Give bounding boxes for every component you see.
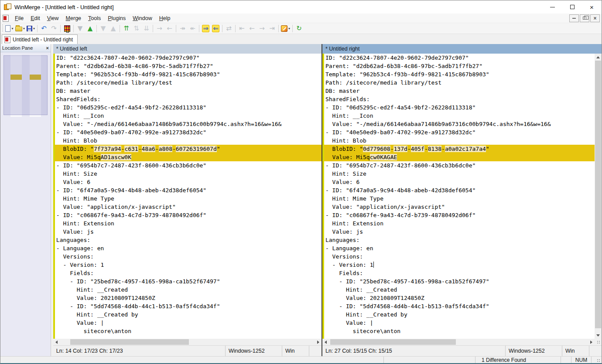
vscroll-thumb[interactable] [595,61,601,328]
code-line[interactable]: - ID: "25bed78c-4957-4165-998a-ca1b52f67… [325,277,595,286]
code-line[interactable]: - ID: "6f47a0a5-9c94-4b48-abeb-42d38def6… [325,186,595,194]
code-line[interactable]: Value: | [325,319,595,327]
code-line[interactable]: Hint: Extension [325,219,595,228]
code-line[interactable]: Parent: "d2db62ad-6b38-4c86-97bc-5adb71f… [325,62,595,70]
code-line[interactable]: - ID: "06d5295c-ed2f-4a54-9bf2-26228d113… [325,103,595,112]
code-line[interactable]: Value: "-/media/6614e6abaa71486b9a67316c… [56,120,322,128]
redo-button[interactable]: ↷ [49,24,59,33]
copy-all-right-button[interactable]: ⇒ [201,24,211,33]
left-horizontal-scrollbar[interactable] [53,339,322,345]
code-line[interactable]: ID: "d22c3624-7807-4e20-9602-79de2797c90… [325,54,595,62]
left-pane-header[interactable]: * Untitled left [53,44,322,54]
menu-window[interactable]: Window [129,14,155,23]
location-pane-body[interactable] [0,52,51,356]
view-differences-button[interactable] [62,24,72,33]
code-line[interactable]: - ID: "c06867fe-9a43-4c7d-b739-48780492d… [56,211,322,219]
code-line[interactable]: Hint: Size [56,170,322,178]
code-line[interactable]: - ID: "5dd74568-4d4b-44c1-b513-0af5f4cda… [56,302,322,310]
code-line[interactable]: DB: master [325,87,595,95]
code-line[interactable]: ID: "d22c3624-7807-4e20-9602-79de2797c90… [56,54,322,62]
scroll-left-icon[interactable] [322,339,329,345]
code-line[interactable]: - Language: en [56,244,322,252]
code-line[interactable]: Value: Mi5qAD1ascw0K [55,153,322,161]
options-button[interactable]: ▾ [280,24,291,33]
previous-difference-button[interactable]: ▲ [85,24,95,33]
right-code[interactable]: ID: "d22c3624-7807-4e20-9602-79de2797c90… [324,54,595,339]
mdi-restore-button[interactable] [580,14,589,22]
close-button[interactable]: × [582,0,602,14]
right-horizontal-scrollbar[interactable] [322,339,595,345]
copy-right-button[interactable]: → [154,24,164,33]
code-line[interactable]: Value: "-/media/6614e6abaa71486b9a67316c… [325,120,595,128]
vertical-scrollbar[interactable] [595,54,602,339]
code-line[interactable]: Languages: [56,236,322,244]
mdi-minimize-button[interactable] [569,14,579,22]
code-line[interactable]: Value: Mi5qcw0KAGAE [324,153,595,161]
code-line[interactable]: Template: "962b53c4-f93b-4df9-9821-415c8… [56,70,322,78]
menu-edit[interactable]: Edit [27,14,44,23]
refresh-button[interactable]: ↻ [294,24,304,33]
code-line[interactable]: Value: | [56,319,322,327]
right-pane-header[interactable]: * Untitled right [322,44,602,54]
code-line[interactable]: Hint: Extension [56,219,322,228]
maximize-button[interactable] [562,0,582,14]
menu-merge[interactable]: Merge [62,14,85,23]
menu-tools[interactable]: Tools [85,14,104,23]
current-difference-button[interactable]: ⇅ [131,24,141,33]
code-line[interactable]: Hint: __Created by [325,310,595,319]
code-line[interactable]: sitecore\anton [56,327,322,335]
tab-untitled-compare[interactable]: Untitled left - Untitled right [2,34,78,44]
code-line[interactable]: - ID: "06d5295c-ed2f-4a54-9bf2-26228d113… [56,103,322,112]
location-pane-close-icon[interactable]: × [46,45,48,51]
last-file-button[interactable]: ⇥ [267,24,277,33]
code-line[interactable]: Value: 20210809T124850Z [56,294,322,302]
code-line[interactable]: Hint: Mime Type [325,194,595,203]
scroll-right-icon[interactable] [588,339,595,345]
code-line[interactable]: - Version: 1 [325,261,595,269]
code-line[interactable]: Fields: [56,269,322,277]
code-line[interactable]: - ID: "6f47a0a5-9c94-4b48-abeb-42d38def6… [56,186,322,194]
code-line[interactable]: - Version: 1 [56,261,322,269]
auto-merge-button[interactable]: ⇄ [224,24,234,33]
code-line[interactable]: sitecore\anton [325,327,595,335]
code-line[interactable]: BlobID: "0d779608-137d-405f-8138-a0a02c1… [324,145,595,153]
code-line[interactable]: Versions: [325,252,595,261]
scroll-down-icon[interactable] [595,332,602,339]
code-line[interactable]: - ID: "c06867fe-9a43-4c7d-b739-48780492d… [325,211,595,219]
menu-file[interactable]: File [11,14,27,23]
code-line[interactable]: Hint: __Created by [56,310,322,319]
code-line[interactable]: Hint: Blob [56,136,322,145]
copy-left-button[interactable]: ← [164,24,174,33]
code-line[interactable]: Path: /sitecore/media library/test [56,78,322,87]
code-line[interactable]: - ID: "5dd74568-4d4b-44c1-b513-0af5f4cda… [325,302,595,310]
code-line[interactable]: SharedFields: [56,95,322,103]
code-line[interactable]: Hint: __Created [325,286,595,294]
previous-3way-difference-button[interactable]: ▲ [108,24,118,33]
code-line[interactable]: - ID: "6954b7c7-2487-423f-8600-436cb3b6d… [325,161,595,170]
copy-right-advance-button[interactable]: ↠ [178,24,188,33]
code-line[interactable]: Hint: Mime Type [56,194,322,203]
code-line[interactable]: SharedFields: [325,95,595,103]
open-button[interactable]: ▾ [14,24,26,33]
code-line[interactable]: Hint: __Icon [325,112,595,120]
left-code[interactable]: ID: "d22c3624-7807-4e20-9602-79de2797c90… [55,54,322,339]
menu-help[interactable]: Help [156,14,174,23]
code-line[interactable]: Value: js [325,228,595,236]
first-difference-button[interactable]: ⇈ [121,24,131,33]
code-line[interactable]: Path: /sitecore/media library/test [325,78,595,87]
last-difference-button[interactable]: ⇊ [141,24,151,33]
code-line[interactable]: Value: "application/x-javascript" [56,203,322,211]
code-line[interactable]: - Language: en [325,244,595,252]
undo-button[interactable]: ↶ [39,24,49,33]
code-line[interactable]: Hint: __Icon [56,112,322,120]
code-line[interactable]: Hint: Size [325,170,595,178]
scroll-left-icon[interactable] [53,339,60,345]
code-line[interactable]: Value: 6 [56,178,322,186]
new-button[interactable]: ▾ [4,24,14,33]
next-file-button[interactable]: → [257,24,267,33]
save-button[interactable]: ▾ [26,24,36,33]
code-line[interactable]: Versions: [56,252,322,261]
scroll-right-icon[interactable] [315,339,322,345]
code-line[interactable]: Hint: Blob [325,136,595,145]
code-line[interactable]: - ID: "25bed78c-4957-4165-998a-ca1b52f67… [56,277,322,286]
